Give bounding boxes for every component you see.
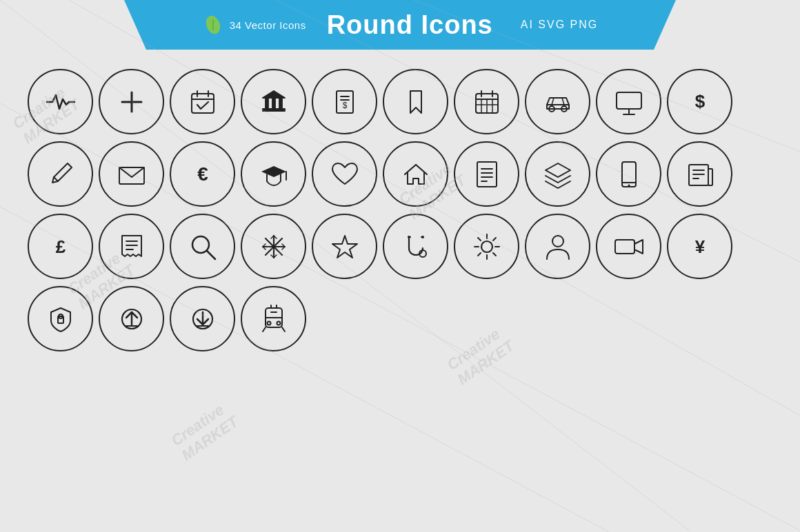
search-icon <box>186 230 219 263</box>
svg-line-108 <box>263 327 266 331</box>
mobile-icon <box>612 158 646 191</box>
download-icon <box>186 303 219 336</box>
receipt-icon <box>115 230 148 263</box>
pulse-icon-circle[interactable] <box>28 69 93 134</box>
car-icon-circle[interactable] <box>525 69 590 134</box>
leaf-icon <box>202 14 224 36</box>
calendar-grid-icon <box>470 85 503 119</box>
svg-rect-17 <box>279 98 282 109</box>
svg-marker-50 <box>546 163 570 177</box>
bookmark-icon-circle[interactable] <box>383 69 448 134</box>
layers-icon-circle[interactable] <box>525 141 590 207</box>
sun-icon-circle[interactable] <box>454 214 519 279</box>
icon-row-1: $ <box>28 69 772 134</box>
monitor-icon <box>612 85 646 119</box>
stethoscope-icon <box>399 230 432 263</box>
bank-icon-circle[interactable] <box>241 69 306 134</box>
svg-marker-43 <box>261 166 286 177</box>
graduation-icon-circle[interactable] <box>241 141 306 207</box>
home-icon <box>399 158 432 191</box>
svg-line-88 <box>478 238 481 241</box>
svg-point-107 <box>277 321 280 325</box>
pencil-icon-circle[interactable] <box>28 141 93 207</box>
svg-line-34 <box>552 98 554 105</box>
svg-point-106 <box>267 321 270 325</box>
svg-line-35 <box>562 98 564 105</box>
yen-icon-circle[interactable]: ¥ <box>667 214 732 279</box>
page-title: Round Icons <box>327 10 493 40</box>
dollar-icon-circle[interactable]: $ <box>667 69 732 134</box>
plus-icon-circle[interactable] <box>99 69 164 134</box>
icon-row-2: € <box>28 141 772 207</box>
vector-count-label: 34 Vector Icons <box>230 19 306 31</box>
train-icon <box>257 303 290 336</box>
star-icon-circle[interactable] <box>312 214 377 279</box>
svg-text:¥: ¥ <box>694 236 705 257</box>
person-icon-circle[interactable] <box>525 214 590 279</box>
svg-point-92 <box>552 236 563 247</box>
document-icon <box>470 158 503 191</box>
svg-point-81 <box>408 236 410 238</box>
bookmark-icon <box>399 85 432 119</box>
svg-point-82 <box>421 236 424 238</box>
svg-line-64 <box>207 251 215 259</box>
euro-icon: € <box>186 158 219 191</box>
heart-icon <box>328 158 361 191</box>
svg-rect-10 <box>192 94 214 113</box>
svg-line-91 <box>478 253 481 256</box>
header-banner: 34 Vector Icons Round Icons AI SVG PNG <box>124 0 676 50</box>
newspaper-icon <box>683 158 717 191</box>
monitor-icon-circle[interactable] <box>596 69 661 134</box>
sun-icon <box>470 230 503 263</box>
pound-icon-circle[interactable]: £ <box>28 214 93 279</box>
home-icon-circle[interactable] <box>383 141 448 207</box>
receipt-dollar-icon: $ <box>328 85 361 119</box>
watermark-5: CreativeMARKET <box>168 398 242 465</box>
train-icon-circle[interactable] <box>241 286 306 351</box>
video-icon-circle[interactable] <box>596 214 661 279</box>
newspaper-icon-circle[interactable] <box>667 141 732 207</box>
svg-line-90 <box>493 238 496 241</box>
euro-icon-circle[interactable]: € <box>170 141 235 207</box>
document-icon-circle[interactable] <box>454 141 519 207</box>
icon-row-4 <box>28 286 772 351</box>
svg-rect-36 <box>617 92 641 109</box>
dollar-icon: $ <box>683 85 717 119</box>
star-icon <box>328 230 361 263</box>
pulse-icon <box>44 85 77 119</box>
receipt-dollar-icon-circle[interactable]: $ <box>312 69 377 134</box>
svg-line-40 <box>54 177 58 181</box>
upload-icon <box>115 303 148 336</box>
download-icon-circle[interactable] <box>170 286 235 351</box>
graduation-icon <box>257 158 290 191</box>
svg-marker-14 <box>263 91 285 98</box>
svg-marker-77 <box>332 236 357 258</box>
icons-container: $ <box>28 69 772 351</box>
svg-point-83 <box>481 241 492 252</box>
svg-marker-94 <box>634 240 643 254</box>
car-icon <box>541 85 574 119</box>
video-icon <box>612 230 646 263</box>
pencil-icon <box>44 158 77 191</box>
icon-row-3: £ <box>28 214 772 279</box>
svg-line-109 <box>282 327 285 331</box>
calendar-grid-icon-circle[interactable] <box>454 69 519 134</box>
heart-icon-circle[interactable] <box>312 141 377 207</box>
stethoscope-icon-circle[interactable] <box>383 214 448 279</box>
calendar-check-icon-circle[interactable] <box>170 69 235 134</box>
svg-line-89 <box>493 253 496 256</box>
mail-icon-circle[interactable] <box>99 141 164 207</box>
search-icon-circle[interactable] <box>170 214 235 279</box>
upload-icon-circle[interactable] <box>99 286 164 351</box>
svg-rect-93 <box>615 240 634 254</box>
svg-rect-16 <box>272 98 275 109</box>
snowflake-icon-circle[interactable] <box>241 214 306 279</box>
shield-icon-circle[interactable] <box>28 286 93 351</box>
svg-rect-15 <box>266 98 268 109</box>
layers-icon <box>541 158 574 191</box>
shield-icon <box>44 303 77 336</box>
svg-text:€: € <box>197 163 208 185</box>
receipt-icon-circle[interactable] <box>99 214 164 279</box>
mobile-icon-circle[interactable] <box>596 141 661 207</box>
yen-icon: ¥ <box>683 230 717 263</box>
